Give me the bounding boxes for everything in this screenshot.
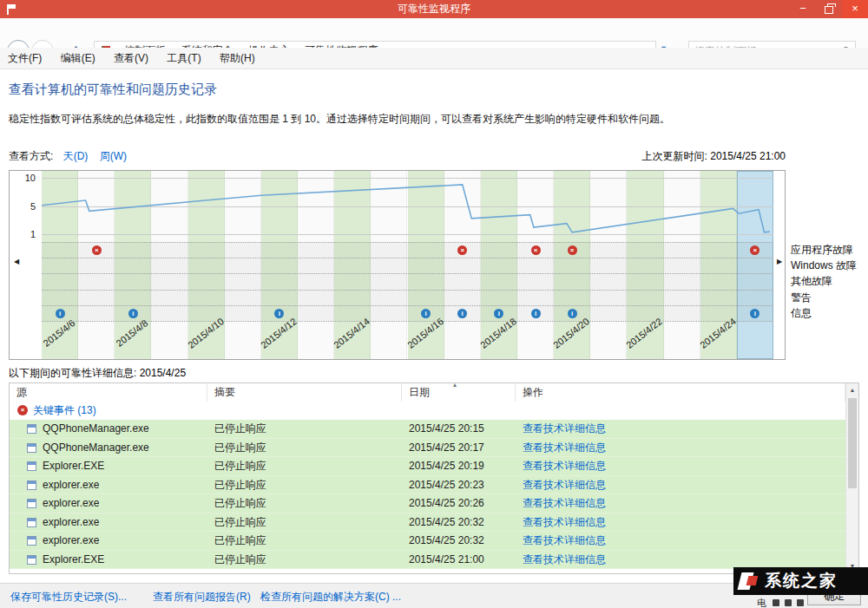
application-failure-icon[interactable]: × <box>531 245 541 255</box>
group-row-critical-events[interactable]: × 关键事件 (13) <box>10 402 845 420</box>
event-source: QQPhoneManager.exe <box>43 439 149 457</box>
tray-icon-1[interactable] <box>773 599 779 606</box>
chart-scroll-left-icon[interactable]: ◀ <box>14 258 19 265</box>
event-row[interactable]: explorer.exe已停止响应2015/4/25 20:32查看技术详细信息 <box>10 513 845 533</box>
row-label-application-failures: 应用程序故障 <box>791 243 853 258</box>
view-technical-details-link[interactable]: 查看技术详细信息 <box>523 439 606 457</box>
details-table: 源 摘要 日期 操作 ▴ × 关键事件 (13) QQPhoneManager.… <box>9 382 859 574</box>
view-technical-details-link[interactable]: 查看技术详细信息 <box>523 420 606 438</box>
error-x-glyph: × <box>21 406 25 414</box>
event-date: 2015/4/25 20:26 <box>409 494 484 513</box>
details-period-label: 以下期间的可靠性详细信息: 2015/4/25 <box>9 366 186 381</box>
event-summary: 已停止响应 <box>214 494 266 513</box>
view-technical-details-link[interactable]: 查看技术详细信息 <box>523 551 606 569</box>
application-failure-icon[interactable]: × <box>750 245 760 255</box>
application-failure-icon[interactable]: × <box>457 245 467 255</box>
menu-edit[interactable]: 编辑(E) <box>53 48 103 69</box>
view-all-reports-link[interactable]: 查看所有问题报告(R) <box>153 590 251 605</box>
save-history-link[interactable]: 保存可靠性历史记录(S)... <box>10 590 127 605</box>
scrollbar-thumb[interactable] <box>848 398 857 488</box>
stability-index-line <box>42 171 773 359</box>
application-icon <box>27 461 36 471</box>
information-event-icon[interactable]: i <box>421 309 431 318</box>
col-header-source[interactable]: 源 <box>10 383 207 402</box>
event-summary: 已停止响应 <box>214 532 266 550</box>
watermark-text: 系统之家 <box>765 570 838 592</box>
information-event-icon[interactable]: i <box>750 309 760 318</box>
event-summary: 已停止响应 <box>214 513 266 532</box>
tray-text: 电 <box>757 597 766 608</box>
application-failure-icon[interactable]: × <box>568 245 577 255</box>
menu-help[interactable]: 帮助(H) <box>212 48 263 69</box>
event-date: 2015/4/25 20:32 <box>409 532 484 550</box>
event-date: 2015/4/25 20:32 <box>409 513 484 532</box>
row-label-warnings: 警告 <box>791 291 812 305</box>
view-technical-details-link[interactable]: 查看技术详细信息 <box>523 532 606 550</box>
page-title: 查看计算机的可靠性和问题历史记录 <box>9 82 217 98</box>
scrollbar-up-icon[interactable]: ▲ <box>846 383 858 397</box>
event-source: Explorer.EXE <box>43 551 104 569</box>
tray-icon-3[interactable] <box>797 599 804 606</box>
event-row[interactable]: QQPhoneManager.exe已停止响应2015/4/25 20:15查看… <box>10 420 845 439</box>
information-event-icon[interactable]: i <box>531 309 541 318</box>
chart-scroll-right-icon[interactable]: ▶ <box>777 258 782 265</box>
menu-file[interactable]: 文件(F) <box>0 48 49 69</box>
window-title: 可靠性监视程序 <box>0 0 868 18</box>
reliability-chart[interactable]: 10 5 1 ◀ ▶ i2015/4/6×i2015/4/82015/4/10i… <box>9 170 786 360</box>
event-row[interactable]: explorer.exe已停止响应2015/4/25 20:26查看技术详细信息 <box>10 494 845 513</box>
view-technical-details-link[interactable]: 查看技术详细信息 <box>523 476 606 494</box>
table-scrollbar[interactable]: ▲ ▼ <box>845 383 858 573</box>
event-date: 2015/4/25 20:15 <box>409 420 484 438</box>
y-tick-10: 10 <box>13 173 36 183</box>
menu-tools[interactable]: 工具(T) <box>159 48 208 69</box>
information-event-icon[interactable]: i <box>494 309 503 318</box>
event-row[interactable]: Explorer.EXE已停止响应2015/4/25 20:19查看技术详细信息 <box>10 457 845 476</box>
event-row[interactable]: explorer.exe已停止响应2015/4/25 20:23查看技术详细信息 <box>10 476 845 495</box>
reliability-monitor-window: 可靠性监视程序 − × ← → ▾ ↑ › 控制面板 › 系统和安全 › 操作中… <box>0 0 868 608</box>
last-updated-label: 上次更新时间: 2015/4/25 21:00 <box>499 149 786 164</box>
view-by-label: 查看方式: <box>9 150 53 162</box>
view-technical-details-link[interactable]: 查看技术详细信息 <box>523 513 606 532</box>
chart-plot[interactable]: i2015/4/6×i2015/4/82015/4/10i2015/4/1220… <box>42 171 773 359</box>
application-icon <box>27 481 36 490</box>
view-by-days-link[interactable]: 天(D) <box>63 150 89 162</box>
event-source: explorer.exe <box>43 476 99 494</box>
event-source: explorer.exe <box>43 494 99 513</box>
check-solutions-link[interactable]: 检查所有问题的解决方案(C) ... <box>260 590 401 605</box>
event-summary: 已停止响应 <box>214 439 266 457</box>
application-icon <box>27 555 36 565</box>
sort-ascending-icon: ▴ <box>453 381 457 389</box>
titlebar[interactable]: 可靠性监视程序 − × <box>0 0 868 18</box>
view-technical-details-link[interactable]: 查看技术详细信息 <box>523 494 606 513</box>
information-event-icon[interactable]: i <box>274 309 284 318</box>
view-by-weeks-link[interactable]: 周(W) <box>100 150 127 162</box>
menu-bar: 文件(F) 编辑(E) 查看(V) 工具(T) 帮助(H) <box>0 48 868 69</box>
col-header-date[interactable]: 日期 <box>402 383 516 402</box>
tray-icon-2[interactable] <box>785 599 792 606</box>
col-header-action[interactable]: 操作 <box>516 383 845 402</box>
event-source: explorer.exe <box>43 532 99 550</box>
application-icon <box>27 424 36 434</box>
information-event-icon[interactable]: i <box>56 309 65 318</box>
information-event-icon[interactable]: i <box>568 309 577 318</box>
event-source: explorer.exe <box>43 513 99 532</box>
y-tick-5: 5 <box>13 201 36 212</box>
information-event-icon[interactable]: i <box>457 309 467 318</box>
navigation-bar: ← → ▾ ↑ › 控制面板 › 系统和安全 › 操作中心 › 可靠性监视程序 … <box>0 18 868 48</box>
view-by-row: 查看方式: 天(D) 周(W) <box>9 149 135 164</box>
event-row[interactable]: Explorer.EXE已停止响应2015/4/25 21:00查看技术详细信息 <box>10 551 845 570</box>
application-icon <box>27 518 36 527</box>
event-source: Explorer.EXE <box>43 457 104 475</box>
menu-view[interactable]: 查看(V) <box>106 48 156 69</box>
row-label-other-failures: 其他故障 <box>791 274 832 289</box>
information-event-icon[interactable]: i <box>128 309 138 318</box>
application-failure-icon[interactable]: × <box>92 245 102 255</box>
application-icon <box>27 443 36 453</box>
event-summary: 已停止响应 <box>214 551 266 569</box>
event-row[interactable]: QQPhoneManager.exe已停止响应2015/4/25 20:17查看… <box>10 439 845 458</box>
view-technical-details-link[interactable]: 查看技术详细信息 <box>523 457 606 475</box>
col-header-summary[interactable]: 摘要 <box>207 383 402 402</box>
watermark: 系统之家 <box>733 567 868 595</box>
event-row[interactable]: explorer.exe已停止响应2015/4/25 20:32查看技术详细信息 <box>10 532 845 551</box>
event-source: QQPhoneManager.exe <box>43 420 149 438</box>
